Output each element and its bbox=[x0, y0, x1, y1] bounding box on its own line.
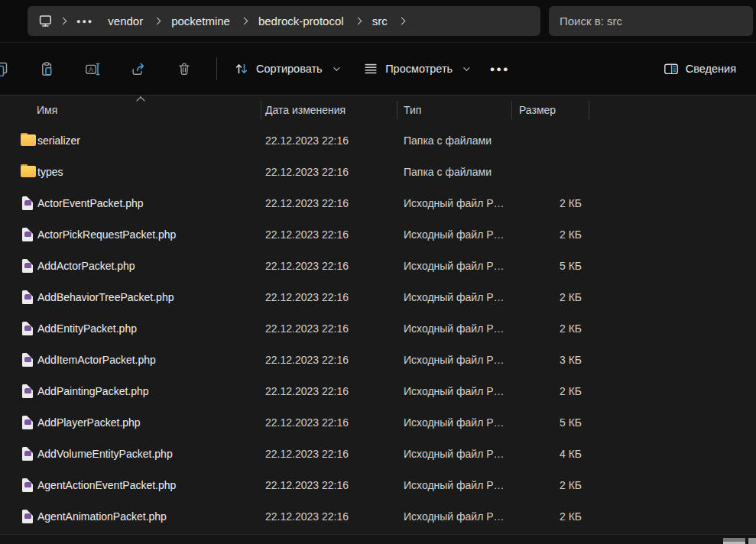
file-name: ActorEventPacket.php bbox=[37, 197, 261, 209]
breadcrumb-item-vendor[interactable]: vendor bbox=[101, 10, 150, 33]
php-file-icon bbox=[22, 353, 33, 367]
column-header-size[interactable]: Размер bbox=[519, 104, 556, 116]
php-file-icon bbox=[22, 384, 33, 398]
file-row[interactable]: AddBehaviorTreePacket.php 22.12.2023 22:… bbox=[0, 281, 756, 312]
column-divider[interactable] bbox=[397, 101, 397, 119]
sort-button[interactable]: Сортировать bbox=[225, 53, 348, 84]
file-type: Исходный файл P… bbox=[397, 354, 511, 366]
file-row[interactable]: AddEntityPacket.php 22.12.2023 22:16 Исх… bbox=[0, 312, 756, 344]
file-row[interactable]: ActorPickRequestPacket.php 22.12.2023 22… bbox=[0, 219, 756, 250]
details-pane-button[interactable]: Сведения bbox=[654, 53, 745, 84]
file-size: 2 КБ bbox=[511, 479, 582, 491]
column-divider[interactable] bbox=[589, 101, 589, 119]
php-file-icon bbox=[22, 322, 33, 335]
copy-button[interactable] bbox=[0, 53, 16, 84]
view-icon bbox=[363, 61, 378, 76]
file-name: AgentAnimationPacket.php bbox=[37, 510, 261, 523]
details-pane-label: Сведения bbox=[686, 63, 736, 75]
file-date-modified: 22.12.2023 22:16 bbox=[261, 134, 397, 147]
rename-button[interactable]: A bbox=[77, 53, 108, 84]
delete-button[interactable] bbox=[169, 53, 200, 84]
status-bar bbox=[0, 534, 756, 544]
file-row[interactable]: AddPlayerPacket.php 22.12.2023 22:16 Исх… bbox=[0, 406, 756, 438]
column-divider[interactable] bbox=[261, 101, 261, 119]
view-button-label: Просмотреть bbox=[385, 63, 453, 75]
sort-icon bbox=[234, 61, 249, 76]
this-pc-icon[interactable] bbox=[35, 14, 56, 28]
details-pane-icon bbox=[664, 61, 679, 76]
file-date-modified: 22.12.2023 22:16 bbox=[261, 448, 397, 460]
sort-button-label: Сортировать bbox=[256, 63, 323, 75]
file-size: 5 КБ bbox=[511, 416, 582, 429]
column-header-type[interactable]: Тип bbox=[404, 104, 421, 116]
file-row[interactable]: AddItemActorPacket.php 22.12.2023 22:16 … bbox=[0, 344, 756, 375]
file-type: Исходный файл P… bbox=[397, 228, 511, 241]
column-divider[interactable] bbox=[511, 101, 512, 119]
file-row[interactable]: AgentAnimationPacket.php 22.12.2023 22:1… bbox=[0, 500, 756, 532]
breadcrumb-overflow-button[interactable]: ●●● bbox=[70, 18, 99, 25]
file-size: 4 КБ bbox=[511, 448, 582, 460]
breadcrumb-item-pocketmine[interactable]: pocketmine bbox=[164, 10, 237, 33]
file-name: AddVolumeEntityPacket.php bbox=[37, 448, 261, 460]
breadcrumb-item-src[interactable]: src bbox=[365, 10, 394, 33]
scrollbar-fragment[interactable] bbox=[723, 538, 745, 544]
rename-icon: A bbox=[85, 61, 100, 76]
file-size: 2 КБ bbox=[511, 510, 582, 523]
file-type: Исходный файл P… bbox=[397, 322, 511, 335]
file-row[interactable]: AddVolumeEntityPacket.php 22.12.2023 22:… bbox=[0, 438, 756, 469]
file-date-modified: 22.12.2023 22:16 bbox=[261, 416, 397, 429]
folder-icon bbox=[21, 166, 36, 177]
more-options-button[interactable]: ●●● bbox=[485, 53, 515, 84]
file-type: Исходный файл P… bbox=[397, 416, 511, 429]
file-explorer-window: ●●● vendor pocketmine bedrock-protocol s… bbox=[0, 0, 756, 544]
search-placeholder: Поиск в: src bbox=[560, 15, 622, 28]
file-date-modified: 22.12.2023 22:16 bbox=[261, 385, 397, 397]
scrollbar-fragment[interactable] bbox=[748, 538, 756, 544]
file-size: 2 КБ bbox=[511, 228, 582, 241]
file-list: serializer 22.12.2023 22:16 Папка с файл… bbox=[0, 125, 756, 532]
file-type: Папка с файлами bbox=[397, 166, 511, 178]
file-row[interactable]: types 22.12.2023 22:16 Папка с файлами bbox=[0, 156, 756, 187]
file-size: 2 КБ bbox=[511, 291, 582, 303]
column-header-date[interactable]: Дата изменения bbox=[265, 104, 346, 116]
file-size: 2 КБ bbox=[511, 385, 582, 397]
paste-button[interactable] bbox=[31, 53, 62, 84]
file-type: Исходный файл P… bbox=[397, 448, 511, 460]
breadcrumb[interactable]: ●●● vendor pocketmine bedrock-protocol s… bbox=[28, 6, 540, 36]
search-input[interactable]: Поиск в: src bbox=[549, 6, 753, 36]
column-header-name[interactable]: Имя bbox=[37, 104, 57, 116]
file-date-modified: 22.12.2023 22:16 bbox=[261, 291, 397, 303]
share-icon bbox=[131, 61, 146, 76]
view-button[interactable]: Просмотреть bbox=[354, 53, 479, 84]
file-row[interactable]: AddPaintingPacket.php 22.12.2023 22:16 И… bbox=[0, 375, 756, 406]
folder-icon bbox=[21, 134, 36, 146]
file-type: Исходный файл P… bbox=[397, 385, 511, 397]
breadcrumb-chevron-icon bbox=[154, 18, 161, 25]
file-row[interactable]: AddActorPacket.php 22.12.2023 22:16 Исхо… bbox=[0, 250, 756, 281]
php-file-icon bbox=[22, 510, 33, 523]
file-type: Исходный файл P… bbox=[397, 291, 511, 303]
sort-ascending-caret-icon bbox=[136, 96, 144, 105]
copy-icon bbox=[0, 61, 8, 76]
share-button[interactable] bbox=[123, 53, 154, 84]
php-file-icon bbox=[22, 259, 33, 273]
file-row[interactable]: serializer 22.12.2023 22:16 Папка с файл… bbox=[0, 125, 756, 156]
php-file-icon bbox=[22, 228, 33, 241]
php-file-icon bbox=[22, 447, 33, 461]
breadcrumb-chevron-icon bbox=[60, 18, 67, 25]
php-file-icon bbox=[22, 290, 33, 304]
php-file-icon bbox=[22, 478, 33, 492]
file-row[interactable]: ActorEventPacket.php 22.12.2023 22:16 Ис… bbox=[0, 187, 756, 219]
file-size: 5 КБ bbox=[511, 260, 582, 272]
file-size: 3 КБ bbox=[511, 354, 582, 366]
file-date-modified: 22.12.2023 22:16 bbox=[261, 479, 397, 491]
file-type: Папка с файлами bbox=[397, 134, 511, 147]
file-date-modified: 22.12.2023 22:16 bbox=[261, 228, 397, 241]
chevron-down-icon bbox=[464, 65, 470, 71]
file-name: AgentActionEventPacket.php bbox=[37, 479, 261, 491]
paste-icon bbox=[39, 61, 54, 76]
svg-text:A: A bbox=[89, 66, 93, 73]
trash-icon bbox=[177, 61, 192, 76]
breadcrumb-item-bedrock-protocol[interactable]: bedrock-protocol bbox=[251, 10, 351, 33]
file-row[interactable]: AgentActionEventPacket.php 22.12.2023 22… bbox=[0, 469, 756, 500]
